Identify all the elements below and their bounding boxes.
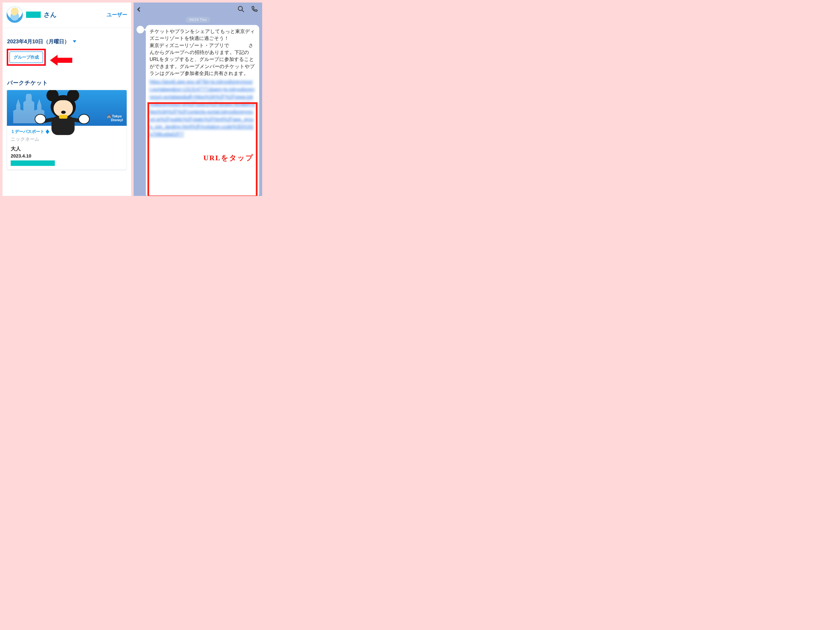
- back-icon[interactable]: [137, 7, 142, 12]
- mickey-illustration: [34, 90, 89, 138]
- line-chat-screen: 06/24 Thu チケットやプランをシェアしてもっと東京ディズニーリゾートを快…: [134, 3, 262, 196]
- section-title: パークチケット: [7, 79, 127, 87]
- chat-date-badge: 06/24 Thu: [186, 17, 210, 23]
- park-ticket-card[interactable]: 🏰Tokyo Disneyl １デーパスポート ニックネーム 大人 2023.4…: [7, 90, 127, 170]
- brand-line2: Disneyl: [111, 118, 123, 122]
- search-icon[interactable]: [237, 5, 245, 13]
- avatar[interactable]: [6, 6, 23, 23]
- brand-line1: Tokyo: [112, 114, 122, 118]
- tokyo-disney-logo: 🏰Tokyo Disneyl: [107, 114, 123, 122]
- phone-icon[interactable]: [251, 5, 258, 13]
- url-tap-annotation: URLをタップ: [203, 153, 254, 163]
- invite-url-link[interactable]: https://aivp6.app.goo.gl/?ibi=jp.tokyodi…: [150, 78, 256, 138]
- user-suffix: さん: [44, 11, 57, 19]
- svg-line-1: [242, 10, 244, 12]
- create-group-button[interactable]: グループ作成: [9, 51, 43, 63]
- date-label: 2023年4月10日（月曜日）: [7, 38, 69, 45]
- chat-header: [134, 3, 262, 16]
- left-body: 2023年4月10日（月曜日） グループ作成 パークチケット: [3, 28, 131, 174]
- user-switch-link[interactable]: ユーザー: [107, 11, 127, 18]
- ticket-date: 2023.4.10: [11, 153, 123, 159]
- user-header: さん ユーザー: [3, 3, 131, 28]
- highlight-box: グループ作成: [7, 49, 46, 66]
- sender-avatar[interactable]: [137, 26, 144, 33]
- age-category: 大人: [11, 145, 123, 152]
- arrow-annotation: [50, 55, 72, 66]
- chevron-down-icon: [73, 40, 76, 43]
- message-text: チケットやプランをシェアしてもっと東京ディズニーリゾートを快適に過ごそう！ 東京…: [150, 28, 256, 77]
- svg-point-0: [238, 6, 242, 11]
- message-bubble[interactable]: チケットやプランをシェアしてもっと東京ディズニーリゾートを快適に過ごそう！ 東京…: [146, 25, 259, 196]
- username-redacted: [26, 11, 41, 18]
- date-selector[interactable]: 2023年4月10日（月曜日）: [7, 38, 127, 45]
- disney-app-screen: さん ユーザー 2023年4月10日（月曜日） グループ作成 パークチケット: [3, 3, 131, 196]
- message-row: チケットやプランをシェアしてもっと東京ディズニーリゾートを快適に過ごそう！ 東京…: [134, 25, 262, 196]
- ticket-hero: 🏰Tokyo Disneyl: [7, 90, 127, 126]
- ticket-code-redacted: [11, 160, 55, 166]
